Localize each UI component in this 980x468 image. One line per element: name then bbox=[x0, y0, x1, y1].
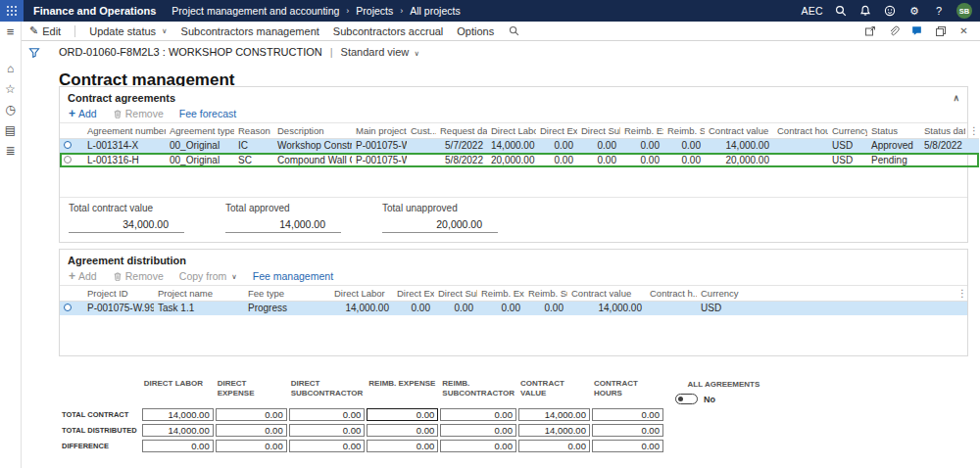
cell-reimb-subcontractor[interactable]: 0.00 bbox=[663, 138, 705, 153]
alerts-bell-icon[interactable] bbox=[858, 4, 872, 18]
fee-management-button[interactable]: Fee management bbox=[253, 270, 333, 282]
cell-direct-expense[interactable]: 0.00 bbox=[536, 138, 577, 153]
cell-main-project[interactable]: P-001075-W bbox=[352, 138, 407, 153]
col-project-id[interactable]: Project ID bbox=[83, 286, 154, 301]
cell-customer[interactable] bbox=[407, 138, 436, 153]
cell-project-name[interactable]: Task 1.1 bbox=[154, 301, 244, 315]
cell-reason[interactable]: IC bbox=[234, 138, 273, 153]
summary-value[interactable]: 14,000.00 bbox=[142, 408, 214, 421]
col-reason[interactable]: Reason ... bbox=[234, 123, 273, 138]
cell-currency[interactable]: USD bbox=[828, 153, 867, 167]
cell-direct-subcontractor[interactable]: 0.00 bbox=[577, 138, 620, 153]
cell-reimb-expense[interactable]: 0.00 bbox=[620, 138, 663, 153]
cell-agreement-type[interactable]: 00_Original bbox=[166, 153, 234, 167]
agreement-row[interactable]: L-001316-H 00_Original SC Compound Wall … bbox=[60, 153, 979, 167]
col-main-project[interactable]: Main project bbox=[352, 123, 407, 138]
cell-status[interactable]: Pending bbox=[867, 153, 920, 167]
open-in-new-icon[interactable] bbox=[863, 24, 876, 37]
cell-request-date[interactable]: 5/8/2022 bbox=[436, 153, 487, 167]
subcontractors-accrual-button[interactable]: Subcontractors accrual bbox=[333, 25, 444, 37]
col-direct-expense[interactable]: Direct Exp... bbox=[536, 123, 577, 138]
col-currency[interactable]: Currency bbox=[828, 123, 867, 138]
summary-value[interactable]: 14,000.00 bbox=[518, 408, 590, 421]
cell-description[interactable]: Compound Wall Con... bbox=[273, 153, 352, 167]
col-agreement-number[interactable]: Agreement number↑ bbox=[83, 123, 166, 138]
workspaces-icon[interactable]: ▤ bbox=[5, 124, 16, 136]
col-direct-labor[interactable]: Direct Labor bbox=[487, 123, 536, 138]
col-contract-value[interactable]: Contract value bbox=[567, 286, 646, 301]
settings-gear-icon[interactable]: ⚙ bbox=[907, 4, 921, 18]
fee-forecast-button[interactable]: Fee forecast bbox=[179, 108, 236, 119]
cell-reason[interactable]: SC bbox=[234, 153, 273, 167]
col-customer[interactable]: Cust... bbox=[407, 123, 436, 138]
cell-direct-labor[interactable]: 20,000.00 bbox=[487, 153, 536, 167]
col-request-date[interactable]: Request date bbox=[436, 123, 487, 138]
cell-status[interactable]: Approved bbox=[867, 138, 920, 153]
actionbar-search-icon[interactable] bbox=[508, 24, 520, 37]
summary-value[interactable]: 0.00 bbox=[592, 408, 663, 421]
summary-value[interactable]: 14,000.00 bbox=[142, 424, 214, 437]
cell-contract-value[interactable]: 14,000.00 bbox=[705, 138, 773, 153]
col-project-name[interactable]: Project name bbox=[154, 286, 244, 301]
cell-contract-hours[interactable] bbox=[773, 138, 828, 153]
summary-value[interactable]: 0.00 bbox=[289, 440, 366, 452]
cell-direct-labor[interactable]: 14,000.00 bbox=[487, 138, 536, 153]
cell-main-project[interactable]: P-001075-W bbox=[352, 153, 407, 167]
cell-contract-value[interactable]: 20,000.00 bbox=[705, 153, 773, 167]
summary-value[interactable]: 0.00 bbox=[592, 440, 663, 452]
cell-direct-subcontractor[interactable]: 0.00 bbox=[434, 301, 477, 315]
update-status-button[interactable]: Update status ∨ bbox=[89, 25, 167, 37]
cell-description[interactable]: Workshop Constructi... bbox=[273, 138, 352, 153]
cell-reimb-expense[interactable]: 0.00 bbox=[620, 153, 663, 167]
agreement-row[interactable]: L-001314-X 00_Original IC Workshop Const… bbox=[60, 138, 979, 153]
col-direct-subcontractor[interactable]: Direct Sub... bbox=[577, 123, 620, 138]
cell-contract-hours[interactable] bbox=[646, 301, 697, 315]
recent-clock-icon[interactable]: ◷ bbox=[5, 104, 15, 116]
app-name[interactable]: Finance and Operations bbox=[24, 5, 172, 17]
waffle-menu-icon[interactable] bbox=[0, 0, 24, 22]
summary-value[interactable]: 0.00 bbox=[367, 424, 438, 437]
cell-project-id[interactable]: P-001075-W.999... bbox=[83, 301, 154, 315]
col-fee-type[interactable]: Fee type bbox=[244, 286, 330, 301]
remove-button[interactable]: Remove bbox=[113, 270, 164, 282]
column-options-icon[interactable]: ⋮ bbox=[954, 286, 967, 301]
feedback-chat-icon[interactable] bbox=[910, 24, 923, 37]
breadcrumb-item-all-projects[interactable]: All projects bbox=[410, 5, 460, 17]
col-direct-expense[interactable]: Direct Exp... bbox=[393, 286, 434, 301]
add-button[interactable]: + Add bbox=[69, 270, 97, 282]
expand-window-icon[interactable] bbox=[934, 24, 947, 37]
col-contract-value[interactable]: Contract value bbox=[705, 123, 773, 138]
col-contract-hours[interactable]: Contract hours bbox=[773, 123, 828, 138]
cell-contract-hours[interactable] bbox=[773, 153, 828, 167]
row-selector[interactable] bbox=[60, 153, 83, 167]
col-direct-subcontractor[interactable]: Direct Sub... bbox=[434, 286, 477, 301]
row-selector[interactable] bbox=[60, 138, 83, 153]
column-options-icon[interactable]: ⋮ bbox=[965, 123, 979, 138]
summary-value[interactable]: 0.00 bbox=[440, 424, 516, 437]
col-description[interactable]: Description bbox=[273, 123, 352, 138]
cell-direct-labor[interactable]: 14,000.00 bbox=[330, 301, 393, 315]
cell-currency[interactable]: USD bbox=[697, 301, 744, 315]
edit-button[interactable]: ✎ Edit bbox=[29, 24, 61, 37]
nav-menu-icon[interactable]: ≡ bbox=[7, 25, 15, 38]
summary-value[interactable]: 14,000.00 bbox=[518, 424, 590, 437]
cell-customer[interactable] bbox=[407, 153, 436, 167]
breadcrumb-item-module[interactable]: Project management and accounting bbox=[172, 5, 339, 17]
all-agreements-toggle[interactable] bbox=[675, 394, 698, 404]
summary-value[interactable]: 0.00 bbox=[518, 440, 590, 452]
add-button[interactable]: + Add bbox=[69, 108, 97, 119]
col-agreement-type[interactable]: Agreement type bbox=[166, 123, 234, 138]
attachments-icon[interactable] bbox=[887, 24, 900, 37]
cell-agreement-type[interactable]: 00_Original bbox=[166, 138, 234, 153]
summary-value[interactable]: 0.00 bbox=[592, 424, 663, 437]
feedback-smiley-icon[interactable] bbox=[883, 4, 897, 18]
row-selector[interactable] bbox=[60, 301, 83, 315]
cell-reimb-subcontractor[interactable]: 0.00 bbox=[663, 153, 705, 167]
summary-value[interactable]: 0.00 bbox=[289, 424, 366, 437]
summary-value[interactable]: 0.00 bbox=[440, 408, 516, 421]
cell-status-date[interactable] bbox=[920, 153, 965, 167]
breadcrumb-item-projects[interactable]: Projects bbox=[356, 5, 393, 17]
col-currency[interactable]: Currency bbox=[697, 286, 744, 301]
cell-agreement-number[interactable]: L-001314-X bbox=[83, 138, 166, 153]
col-reimb-subcontractor[interactable]: Reimb. Su... bbox=[663, 123, 705, 138]
